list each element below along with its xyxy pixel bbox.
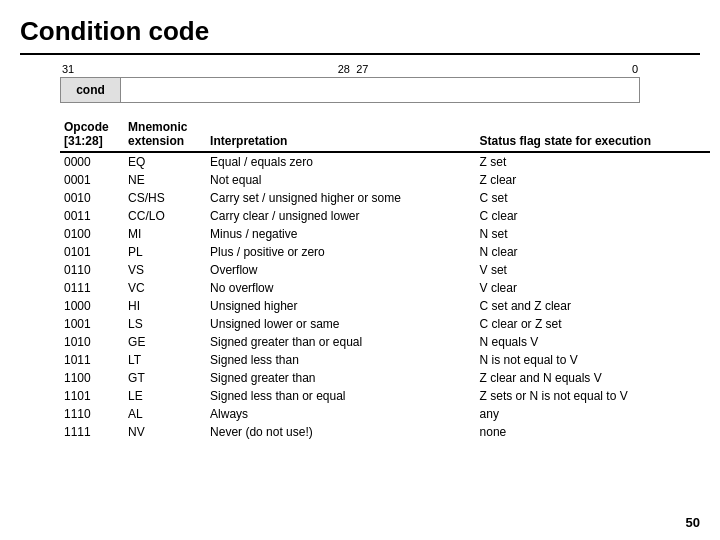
table-row: 1011LTSigned less thanN is not equal to … xyxy=(60,351,710,369)
cell-mnemonic: CC/LO xyxy=(124,207,206,225)
cell-mnemonic: LS xyxy=(124,315,206,333)
table-container: Opcode [31:28] Mnemonic extension Interp… xyxy=(60,117,710,441)
cell-status: Z set xyxy=(476,152,710,171)
cell-status: N set xyxy=(476,225,710,243)
cell-interpretation: Never (do not use!) xyxy=(206,423,476,441)
cell-opcode: 1110 xyxy=(60,405,124,423)
table-row: 0110VSOverflowV set xyxy=(60,261,710,279)
cell-interpretation: Carry clear / unsigned lower xyxy=(206,207,476,225)
cell-status: Z sets or N is not equal to V xyxy=(476,387,710,405)
cell-interpretation: Minus / negative xyxy=(206,225,476,243)
cell-opcode: 0001 xyxy=(60,171,124,189)
cell-interpretation: Signed greater than or equal xyxy=(206,333,476,351)
cell-opcode: 1001 xyxy=(60,315,124,333)
cell-status: C set xyxy=(476,189,710,207)
cell-opcode: 1100 xyxy=(60,369,124,387)
cell-status: V set xyxy=(476,261,710,279)
cell-opcode: 0101 xyxy=(60,243,124,261)
table-row: 1111NVNever (do not use!)none xyxy=(60,423,710,441)
cell-opcode: 1010 xyxy=(60,333,124,351)
table-row: 1101LESigned less than or equalZ sets or… xyxy=(60,387,710,405)
table-row: 1001LSUnsigned lower or sameC clear or Z… xyxy=(60,315,710,333)
cell-status: N equals V xyxy=(476,333,710,351)
cell-status: N clear xyxy=(476,243,710,261)
cell-opcode: 0010 xyxy=(60,189,124,207)
cell-opcode: 1000 xyxy=(60,297,124,315)
cell-mnemonic: PL xyxy=(124,243,206,261)
cell-mnemonic: MI xyxy=(124,225,206,243)
cell-interpretation: Unsigned lower or same xyxy=(206,315,476,333)
page-title: Condition code xyxy=(20,16,700,47)
cell-mnemonic: AL xyxy=(124,405,206,423)
cell-interpretation: Signed greater than xyxy=(206,369,476,387)
cell-mnemonic: CS/HS xyxy=(124,189,206,207)
cell-opcode: 0100 xyxy=(60,225,124,243)
cell-opcode: 0011 xyxy=(60,207,124,225)
cell-status: none xyxy=(476,423,710,441)
table-row: 0100MIMinus / negativeN set xyxy=(60,225,710,243)
cell-status: C clear or Z set xyxy=(476,315,710,333)
header-status: Status flag state for execution xyxy=(476,117,710,152)
cell-mnemonic: VC xyxy=(124,279,206,297)
cell-opcode: 1111 xyxy=(60,423,124,441)
table-row: 0001NENot equalZ clear xyxy=(60,171,710,189)
bit-label-row: 31 28 27 0 xyxy=(60,63,640,75)
cell-interpretation: Signed less than or equal xyxy=(206,387,476,405)
cell-status: C clear xyxy=(476,207,710,225)
cell-mnemonic: HI xyxy=(124,297,206,315)
cell-mnemonic: LE xyxy=(124,387,206,405)
title-divider xyxy=(20,53,700,55)
cell-interpretation: Unsigned higher xyxy=(206,297,476,315)
cell-status: Z clear and N equals V xyxy=(476,369,710,387)
cell-status: C set and Z clear xyxy=(476,297,710,315)
cell-status: Z clear xyxy=(476,171,710,189)
cell-interpretation: No overflow xyxy=(206,279,476,297)
bit-label-28-27: 28 27 xyxy=(338,63,369,75)
cell-mnemonic: VS xyxy=(124,261,206,279)
cell-interpretation: Always xyxy=(206,405,476,423)
table-row: 0101PLPlus / positive or zeroN clear xyxy=(60,243,710,261)
cell-interpretation: Overflow xyxy=(206,261,476,279)
page-number: 50 xyxy=(686,515,700,530)
header-opcode: Opcode [31:28] xyxy=(60,117,124,152)
table-row: 0111VCNo overflowV clear xyxy=(60,279,710,297)
condition-code-table: Opcode [31:28] Mnemonic extension Interp… xyxy=(60,117,710,441)
cell-mnemonic: GE xyxy=(124,333,206,351)
cell-mnemonic: NV xyxy=(124,423,206,441)
cell-opcode: 1101 xyxy=(60,387,124,405)
empty-box xyxy=(120,77,640,103)
header-mnemonic: Mnemonic extension xyxy=(124,117,206,152)
cell-opcode: 0111 xyxy=(60,279,124,297)
cell-interpretation: Not equal xyxy=(206,171,476,189)
table-row: 1010GESigned greater than or equalN equa… xyxy=(60,333,710,351)
bit-label-31: 31 xyxy=(62,63,74,75)
table-row: 1110ALAlwaysany xyxy=(60,405,710,423)
table-row: 1000HIUnsigned higherC set and Z clear xyxy=(60,297,710,315)
cell-interpretation: Plus / positive or zero xyxy=(206,243,476,261)
bit-label-0: 0 xyxy=(632,63,638,75)
cell-opcode: 0110 xyxy=(60,261,124,279)
cell-status: any xyxy=(476,405,710,423)
table-row: 0010CS/HSCarry set / unsigned higher or … xyxy=(60,189,710,207)
cell-mnemonic: NE xyxy=(124,171,206,189)
table-row: 1100GTSigned greater thanZ clear and N e… xyxy=(60,369,710,387)
cell-interpretation: Carry set / unsigned higher or some xyxy=(206,189,476,207)
cell-mnemonic: GT xyxy=(124,369,206,387)
cell-mnemonic: EQ xyxy=(124,152,206,171)
table-row: 0000EQEqual / equals zeroZ set xyxy=(60,152,710,171)
cell-opcode: 0000 xyxy=(60,152,124,171)
bit-diagram: 31 28 27 0 cond xyxy=(60,63,640,103)
table-row: 0011CC/LOCarry clear / unsigned lowerC c… xyxy=(60,207,710,225)
cell-opcode: 1011 xyxy=(60,351,124,369)
cell-mnemonic: LT xyxy=(124,351,206,369)
cell-status: V clear xyxy=(476,279,710,297)
cell-interpretation: Signed less than xyxy=(206,351,476,369)
cond-box: cond xyxy=(60,77,120,103)
bit-box-row: cond xyxy=(60,77,640,103)
cell-interpretation: Equal / equals zero xyxy=(206,152,476,171)
cell-status: N is not equal to V xyxy=(476,351,710,369)
header-interpretation: Interpretation xyxy=(206,117,476,152)
table-header-row: Opcode [31:28] Mnemonic extension Interp… xyxy=(60,117,710,152)
